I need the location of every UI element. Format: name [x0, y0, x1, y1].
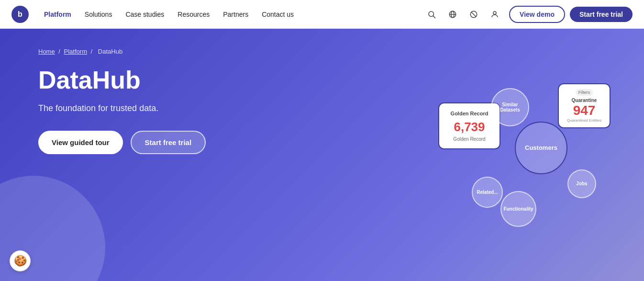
hero-buttons: View guided tour Start free trial [38, 131, 206, 154]
quarantine-label: Quarantine [564, 98, 605, 103]
customers-bubble: Customers [515, 122, 567, 174]
view-guided-tour-button[interactable]: View guided tour [38, 131, 123, 154]
logo-icon: b [11, 6, 29, 23]
hero-diagram: Golden Record 6,739 Golden Record Simila… [414, 74, 615, 236]
filters-label: Filters [576, 89, 593, 96]
nav-item-solutions[interactable]: Solutions [85, 10, 112, 19]
golden-record-sub: Golden Record [445, 136, 494, 142]
nav-links: Platform Solutions Case studies Resource… [44, 10, 425, 19]
functionality-bubble: Functionality [500, 191, 536, 227]
hero-section: Home / Platform / DataHub DataHub The fo… [0, 29, 644, 281]
quarantine-sub: Quarantined Entities [564, 118, 605, 123]
logo[interactable]: b [11, 6, 29, 23]
breadcrumb-platform[interactable]: Platform [64, 48, 87, 55]
breadcrumb-home[interactable]: Home [38, 48, 55, 55]
nav-item-contact[interactable]: Contact us [262, 10, 294, 19]
nav-item-resources[interactable]: Resources [178, 10, 210, 19]
svg-point-7 [493, 11, 496, 14]
nav-item-partners[interactable]: Partners [223, 10, 248, 19]
breadcrumb-current: DataHub [98, 48, 122, 55]
nav-item-platform[interactable]: Platform [44, 10, 71, 19]
search-icon[interactable] [425, 8, 438, 21]
golden-record-value: 6,739 [445, 120, 494, 135]
golden-record-label: Golden Record [445, 110, 494, 117]
start-free-trial-button[interactable]: Start free trial [570, 7, 633, 22]
nav-item-case-studies[interactable]: Case studies [125, 10, 164, 19]
breadcrumb: Home / Platform / DataHub [38, 48, 206, 55]
hero-subtitle: The foundation for trusted data. [38, 103, 206, 113]
quarantine-value: 947 [564, 103, 605, 118]
user-icon[interactable] [488, 8, 501, 21]
svg-line-6 [471, 11, 477, 17]
jobs-bubble: Jobs [567, 169, 596, 198]
related-bubble: Related... [472, 177, 503, 208]
similar-datasets-bubble: Similar Datasets [491, 88, 529, 126]
slash-icon[interactable] [467, 8, 480, 21]
svg-line-1 [433, 16, 435, 18]
hero-content: Home / Platform / DataHub DataHub The fo… [0, 29, 244, 173]
globe-icon[interactable] [446, 8, 459, 21]
quarantine-card: Filters Quarantine 947 Quarantined Entit… [558, 83, 611, 128]
start-free-trial-hero-button[interactable]: Start free trial [131, 131, 206, 154]
cookie-consent-button[interactable]: 🍪 [10, 250, 31, 271]
nav-icon-group [425, 8, 501, 21]
hero-title: DataHub [38, 67, 206, 94]
navbar: b Platform Solutions Case studies Resour… [0, 0, 644, 29]
view-demo-button[interactable]: View demo [509, 6, 565, 23]
